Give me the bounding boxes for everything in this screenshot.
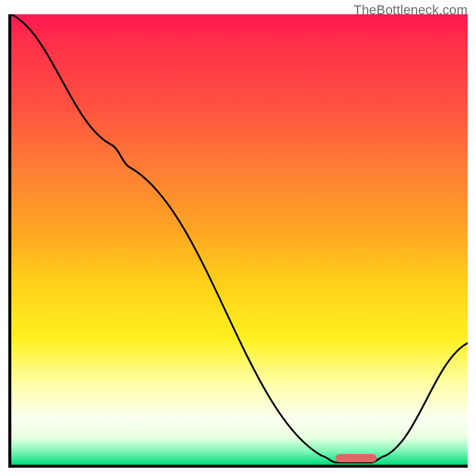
optimal-range-marker	[336, 454, 377, 462]
chart-curve	[11, 14, 468, 465]
chart-plot-area	[8, 14, 468, 468]
